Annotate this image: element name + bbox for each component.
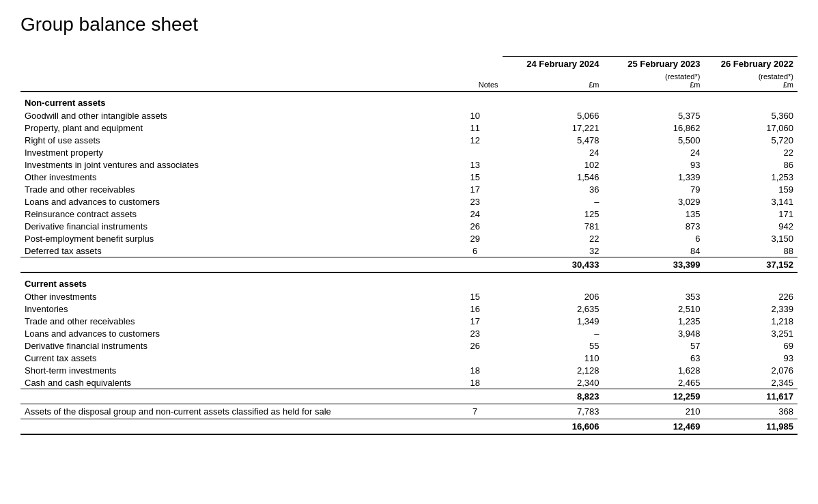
row-notes: 6 — [448, 244, 503, 257]
total-label — [20, 257, 448, 273]
row-notes: 13 — [448, 158, 503, 171]
table-row: Inventories 16 2,635 2,510 2,339 — [20, 303, 798, 315]
section-total-1: 8,823 12,259 11,617 — [20, 389, 798, 404]
total-val-2022: 37,152 — [704, 257, 798, 273]
grand-total-row: 16,606 12,469 11,985 — [20, 419, 798, 435]
total-val-2023: 33,399 — [604, 257, 705, 273]
balance-sheet-table: 24 February 2024 25 February 2023 26 Feb… — [20, 56, 798, 435]
row-notes — [448, 146, 503, 158]
row-notes: 12 — [448, 134, 503, 146]
table-row: Current tax assets 110 63 93 — [20, 352, 798, 364]
row-notes: 18 — [448, 364, 503, 376]
disposal-val-2023: 210 — [604, 404, 705, 419]
column-subheader-row: Notes £m (restated*) £m (restated*) £m — [20, 71, 798, 92]
grand-total-val-2023: 12,469 — [604, 419, 705, 435]
row-label: Loans and advances to customers — [20, 327, 448, 339]
row-val-2023: 5,375 — [604, 109, 705, 122]
col-2024-unit: £m — [503, 71, 604, 92]
row-val-2023: 1,628 — [604, 364, 705, 376]
row-val-2022: 86 — [704, 158, 798, 171]
row-val-2023: 2,510 — [604, 303, 705, 315]
col-label-header — [20, 57, 448, 72]
page-title: Group balance sheet — [20, 14, 798, 36]
row-label: Property, plant and equipment — [20, 122, 448, 134]
table-row: Trade and other receivables 17 1,349 1,2… — [20, 315, 798, 327]
disposal-notes: 7 — [448, 404, 503, 419]
table-row: Other investments 15 206 353 226 — [20, 290, 798, 303]
row-val-2024: – — [503, 327, 604, 339]
table-row: Short-term investments 18 2,128 1,628 2,… — [20, 364, 798, 376]
row-notes: 23 — [448, 195, 503, 208]
table-row: Post-employment benefit surplus 29 22 6 … — [20, 232, 798, 244]
total-notes — [448, 257, 503, 273]
total-notes — [448, 389, 503, 404]
row-val-2022: 3,150 — [704, 232, 798, 244]
row-label: Cash and cash equivalents — [20, 376, 448, 389]
row-val-2023: 353 — [604, 290, 705, 303]
row-val-2024: 110 — [503, 352, 604, 364]
col-notes-header — [448, 57, 503, 72]
row-label: Other investments — [20, 290, 448, 303]
row-val-2024: – — [503, 195, 604, 208]
row-val-2022: 5,360 — [704, 109, 798, 122]
row-val-2022: 2,076 — [704, 364, 798, 376]
row-val-2023: 79 — [604, 183, 705, 195]
row-val-2023: 2,465 — [604, 376, 705, 389]
row-val-2024: 781 — [503, 220, 604, 232]
row-label: Derivative financial instruments — [20, 339, 448, 352]
table-row: Right of use assets 12 5,478 5,500 5,720 — [20, 134, 798, 146]
row-val-2023: 57 — [604, 339, 705, 352]
row-val-2024: 5,478 — [503, 134, 604, 146]
row-val-2024: 32 — [503, 244, 604, 257]
row-notes: 29 — [448, 232, 503, 244]
row-val-2024: 17,221 — [503, 122, 604, 134]
row-label: Post-employment benefit surplus — [20, 232, 448, 244]
row-val-2024: 102 — [503, 158, 604, 171]
row-notes: 15 — [448, 290, 503, 303]
row-label: Trade and other receivables — [20, 183, 448, 195]
col-2023-header: 25 February 2023 — [604, 57, 705, 72]
row-label: Derivative financial instruments — [20, 220, 448, 232]
row-notes — [448, 352, 503, 364]
row-label: Current tax assets — [20, 352, 448, 364]
row-val-2023: 24 — [604, 146, 705, 158]
table-row: Derivative financial instruments 26 55 5… — [20, 339, 798, 352]
col-2022-sub: (restated*) £m — [704, 71, 798, 92]
row-val-2024: 22 — [503, 232, 604, 244]
section-title: Current assets — [20, 272, 798, 290]
row-val-2024: 36 — [503, 183, 604, 195]
disposal-label: Assets of the disposal group and non-cur… — [20, 404, 448, 419]
row-val-2023: 63 — [604, 352, 705, 364]
section-total-0: 30,433 33,399 37,152 — [20, 257, 798, 273]
row-val-2023: 3,029 — [604, 195, 705, 208]
row-label: Goodwill and other intangible assets — [20, 109, 448, 122]
row-val-2024: 5,066 — [503, 109, 604, 122]
row-val-2024: 125 — [503, 208, 604, 220]
col-2024-header: 24 February 2024 — [503, 57, 604, 72]
section-header-1: Current assets — [20, 272, 798, 290]
total-val-2023: 12,259 — [604, 389, 705, 404]
row-val-2022: 22 — [704, 146, 798, 158]
table-row: Cash and cash equivalents 18 2,340 2,465… — [20, 376, 798, 389]
table-row: Other investments 15 1,546 1,339 1,253 — [20, 171, 798, 183]
row-val-2024: 24 — [503, 146, 604, 158]
row-label: Investments in joint ventures and associ… — [20, 158, 448, 171]
row-label: Loans and advances to customers — [20, 195, 448, 208]
row-val-2023: 16,862 — [604, 122, 705, 134]
row-val-2023: 84 — [604, 244, 705, 257]
grand-total-val-2024: 16,606 — [503, 419, 604, 435]
total-val-2024: 8,823 — [503, 389, 604, 404]
row-val-2022: 1,253 — [704, 171, 798, 183]
table-row: Investments in joint ventures and associ… — [20, 158, 798, 171]
row-val-2022: 2,345 — [704, 376, 798, 389]
disposal-row: Assets of the disposal group and non-cur… — [20, 404, 798, 419]
row-val-2024: 55 — [503, 339, 604, 352]
total-val-2022: 11,617 — [704, 389, 798, 404]
row-val-2024: 2,635 — [503, 303, 604, 315]
row-val-2024: 1,349 — [503, 315, 604, 327]
row-val-2023: 1,339 — [604, 171, 705, 183]
row-label: Investment property — [20, 146, 448, 158]
row-notes: 11 — [448, 122, 503, 134]
column-header-row: 24 February 2024 25 February 2023 26 Feb… — [20, 57, 798, 72]
row-val-2023: 1,235 — [604, 315, 705, 327]
